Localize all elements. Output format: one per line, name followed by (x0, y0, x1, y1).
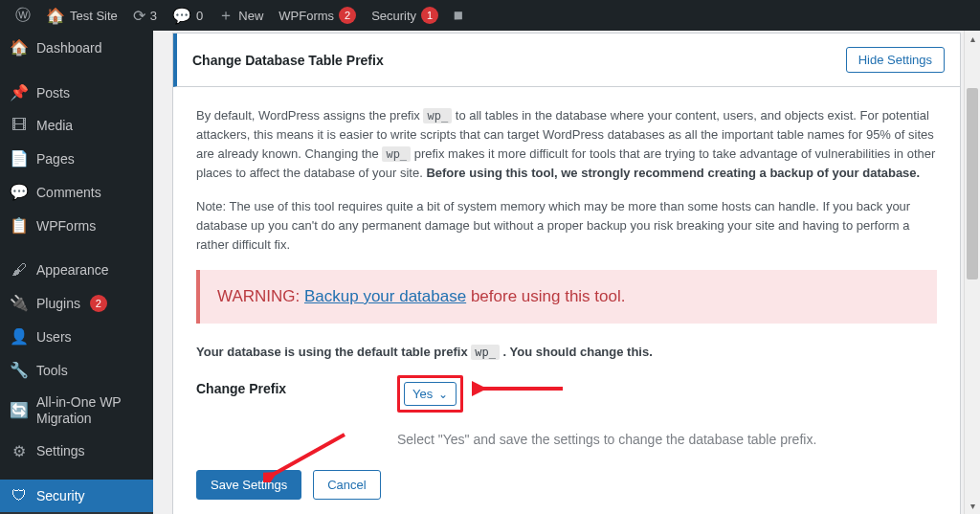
sidebar-item-label: Settings (36, 443, 85, 458)
annotation-highlight: Yes ⌄ (397, 375, 463, 413)
code-prefix: wp_ (382, 146, 411, 162)
wp-logo-menu[interactable]: ⓦ (8, 0, 38, 31)
comments-count: 0 (196, 9, 203, 23)
dashboard-icon: 🏠 (10, 38, 29, 56)
sidebar-item-label: Posts (36, 85, 70, 101)
sidebar-item-settings[interactable]: ⚙Settings (0, 435, 153, 468)
wpforms-link[interactable]: WPForms2 (271, 0, 364, 31)
plugins-icon: 🔌 (10, 294, 29, 312)
change-prefix-panel: Change Database Table Prefix Hide Settin… (172, 33, 961, 514)
text: . You should change this. (500, 345, 653, 359)
chevron-down-icon: ⌄ (438, 388, 448, 401)
diamond-icon: ◆ (449, 5, 469, 25)
sidebar-item-label: Dashboard (36, 40, 102, 56)
scrollbar-thumb[interactable] (967, 88, 978, 279)
home-icon: 🏠 (46, 7, 65, 25)
comment-icon: 💬 (172, 7, 191, 25)
sidebar-item-comments[interactable]: 💬Comments (0, 175, 153, 209)
site-name-link[interactable]: 🏠Test Site (38, 0, 125, 31)
sidebar-item-label: WPForms (36, 218, 96, 234)
plugins-badge: 2 (90, 295, 107, 312)
wordpress-icon: ⓦ (15, 6, 31, 26)
settings-icon: ⚙ (10, 442, 29, 460)
sidebar-item-tools[interactable]: 🔧Tools (0, 353, 153, 387)
shield-icon: 🛡 (10, 487, 29, 504)
appearance-icon: 🖌 (10, 261, 29, 279)
sidebar-item-media[interactable]: 🎞Media (0, 109, 153, 142)
tools-icon: 🔧 (10, 361, 29, 379)
description-paragraph-2: Note: The use of this tool requires quit… (196, 197, 937, 255)
scroll-down-icon[interactable]: ▾ (965, 498, 980, 514)
users-icon: 👤 (10, 327, 29, 346)
select-value: Yes (412, 387, 433, 401)
wpforms-badge: 2 (339, 7, 356, 24)
site-title: Test Site (70, 9, 118, 23)
warning-label: WARNING: (217, 287, 304, 305)
content-area: Change Database Table Prefix Hide Settin… (153, 31, 980, 514)
panel-header: Change Database Table Prefix Hide Settin… (173, 34, 960, 87)
backup-database-link[interactable]: Backup your database (304, 287, 466, 305)
wpforms-icon: 📋 (10, 216, 29, 235)
sidebar-item-appearance[interactable]: 🖌Appearance (0, 254, 153, 286)
sidebar-item-label: Security (36, 488, 85, 503)
sidebar-item-posts[interactable]: 📌Posts (0, 76, 153, 109)
description-paragraph-1: By default, WordPress assigns the prefix… (196, 106, 937, 184)
panel-title: Change Database Table Prefix (192, 53, 384, 68)
code-prefix: wp_ (471, 345, 500, 360)
diamond-menu[interactable]: ◆ (446, 0, 473, 31)
cancel-button[interactable]: Cancel (313, 470, 380, 500)
current-prefix-status: Your database is using the default table… (196, 343, 937, 362)
wpforms-label: WPForms (278, 9, 334, 23)
security-badge: 1 (421, 7, 438, 24)
sidebar-item-dashboard[interactable]: 🏠Dashboard (0, 31, 153, 64)
sidebar-item-label: Tools (36, 363, 68, 378)
comments-icon: 💬 (10, 183, 29, 201)
sidebar-item-label: Appearance (36, 262, 109, 278)
annotation-arrow-icon (472, 377, 568, 400)
sidebar-item-label: Media (36, 118, 73, 133)
action-row: Save Settings Cancel (196, 470, 937, 500)
sidebar-item-label: Users (36, 329, 72, 345)
sidebar-item-pages[interactable]: 📄Pages (0, 142, 153, 175)
change-prefix-label: Change Prefix (196, 375, 397, 396)
text-bold: Before using this tool, we strongly reco… (426, 166, 920, 180)
new-content-link[interactable]: ＋New (211, 0, 271, 31)
pages-icon: 📄 (10, 149, 29, 168)
vertical-scrollbar[interactable]: ▴ ▾ (964, 31, 980, 514)
change-prefix-row: Change Prefix Yes ⌄ Select "Yes" (196, 375, 937, 447)
new-label: New (238, 9, 263, 23)
update-icon: ⟳ (133, 7, 145, 25)
updates-count: 3 (150, 9, 157, 23)
sidebar-item-label: Plugins (36, 296, 80, 311)
save-settings-button[interactable]: Save Settings (196, 470, 301, 500)
hide-settings-button[interactable]: Hide Settings (846, 47, 945, 73)
helper-text: Select "Yes" and save the settings to ch… (397, 432, 937, 447)
change-prefix-select[interactable]: Yes ⌄ (404, 382, 457, 406)
sidebar-item-users[interactable]: 👤Users (0, 320, 153, 353)
sidebar-item-label: Pages (36, 151, 75, 167)
security-link[interactable]: Security1 (364, 0, 446, 31)
text: By default, WordPress assigns the prefix (196, 108, 423, 123)
admin-bar: ⓦ 🏠Test Site ⟳3 💬0 ＋New WPForms2 Securit… (0, 0, 980, 31)
text: Your database is using the default table… (196, 345, 471, 359)
sidebar-item-label: Comments (36, 185, 101, 200)
scroll-up-icon[interactable]: ▴ (965, 31, 980, 47)
warning-suffix: before using this tool. (466, 287, 625, 305)
security-label: Security (371, 9, 416, 23)
updates-link[interactable]: ⟳3 (125, 0, 165, 31)
media-icon: 🎞 (10, 117, 29, 134)
sidebar-item-migration[interactable]: 🔄All-in-One WP Migration (0, 387, 153, 435)
sidebar-item-label: All-in-One WP Migration (36, 394, 144, 427)
code-prefix: wp_ (423, 108, 452, 123)
warning-box: WARNING: Backup your database before usi… (196, 270, 937, 324)
plus-icon: ＋ (218, 6, 234, 26)
sidebar-item-security[interactable]: 🛡Security (0, 480, 153, 512)
panel-body: By default, WordPress assigns the prefix… (173, 87, 960, 514)
posts-icon: 📌 (10, 83, 29, 101)
comments-link[interactable]: 💬0 (165, 0, 211, 31)
sidebar-item-wpforms[interactable]: 📋WPForms (0, 209, 153, 242)
migration-icon: 🔄 (10, 401, 29, 419)
sidebar-item-plugins[interactable]: 🔌Plugins2 (0, 286, 153, 320)
admin-sidebar: 🏠Dashboard 📌Posts 🎞Media 📄Pages 💬Comment… (0, 31, 153, 514)
